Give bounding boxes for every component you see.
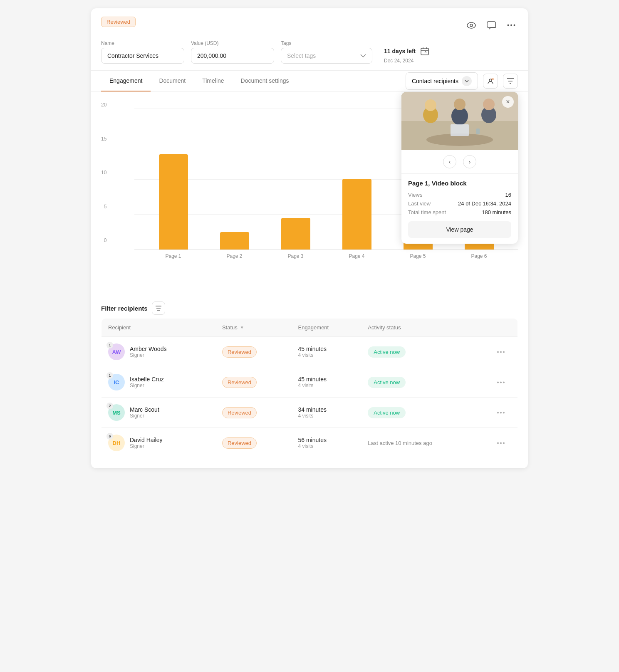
x-label-page4: Page 4 <box>342 253 371 259</box>
deadline-group: 11 days left Dec 24, 2024 <box>384 45 431 64</box>
th-engagement: Engagement <box>291 319 361 337</box>
table-row: 1 AW Amber Woods Signer Reviewed 45 minu… <box>102 337 518 367</box>
header-top: Reviewed <box>101 17 518 34</box>
tabs-list: Engagement Document Timeline Document se… <box>101 71 297 91</box>
view-page-button[interactable]: View page <box>408 221 511 238</box>
status-badge-3: Reviewed <box>222 437 257 449</box>
actions-cell-2 <box>484 398 517 428</box>
svg-point-0 <box>467 22 475 28</box>
table-container: Recipient Status ▼ Engagement Activity s… <box>91 318 528 468</box>
svg-point-25 <box>503 381 505 383</box>
popup-image-wrap: × <box>401 92 518 150</box>
value-label: Value (USD) <box>191 40 274 46</box>
recipient-role-1: Signer <box>130 383 164 388</box>
popup-scene-svg <box>401 92 518 150</box>
engagement-cell-3: 56 minutes 4 visits <box>291 428 361 458</box>
svg-rect-6 <box>421 48 428 55</box>
recipient-name-2: Marc Scout <box>130 406 159 413</box>
row-more-button-0[interactable] <box>491 351 511 353</box>
svg-point-5 <box>514 25 515 26</box>
recipient-info-3: David Hailey Signer <box>130 437 163 449</box>
eye-icon[interactable] <box>465 19 478 32</box>
popup-stats: Views 16 Last view 24 of Dec 16:34, 2024… <box>408 192 511 215</box>
status-cell-1: Reviewed <box>215 367 292 398</box>
th-activity-status: Activity status <box>361 319 484 337</box>
recipient-info-1: Isabelle Cruz Signer <box>130 376 164 388</box>
activity-badge-0: Active now <box>368 346 406 358</box>
svg-point-27 <box>500 412 502 413</box>
bar-page3[interactable] <box>281 218 310 250</box>
avatar-wrap-2: 2 MS <box>108 404 125 421</box>
filter-icon[interactable] <box>152 301 165 315</box>
tab-engagement[interactable]: Engagement <box>101 71 151 91</box>
filter-lines-icon[interactable] <box>503 74 518 89</box>
svg-point-21 <box>500 351 502 353</box>
table-header-row: Recipient Status ▼ Engagement Activity s… <box>102 319 518 337</box>
svg-point-8 <box>492 78 493 80</box>
eng-minutes-1: 45 minutes <box>298 376 354 383</box>
avatar-wrap-1: 1 IC <box>108 374 125 390</box>
activity-cell-3: Last active 10 minutes ago <box>361 428 484 458</box>
recipients-settings-icon[interactable] <box>483 74 498 89</box>
row-more-button-2[interactable] <box>491 412 511 414</box>
contact-recipients-button[interactable]: Contact recipients <box>406 72 478 90</box>
recipient-info-0: Amber Woods Signer <box>130 346 166 358</box>
contact-chevron-icon <box>462 76 472 86</box>
svg-point-15 <box>454 99 465 110</box>
filter-section: Filter recipients <box>91 295 528 318</box>
eng-visits-2: 4 visits <box>298 413 354 419</box>
tab-document[interactable]: Document <box>151 71 194 91</box>
svg-point-1 <box>470 24 473 27</box>
svg-point-18 <box>483 99 495 110</box>
header-icons <box>465 19 518 32</box>
popup-next-button[interactable]: › <box>463 155 476 168</box>
table-row: 1 IC Isabelle Cruz Signer Reviewed 45 mi… <box>102 367 518 398</box>
tags-field-group: Tags Select tags <box>281 40 372 64</box>
eng-minutes-2: 34 minutes <box>298 406 354 413</box>
th-status[interactable]: Status ▼ <box>215 319 292 337</box>
popup-body: Page 1, Video block Views 16 Last view 2… <box>401 174 518 244</box>
eng-visits-0: 4 visits <box>298 352 354 358</box>
days-left: 11 days left <box>384 48 416 54</box>
value-input[interactable] <box>191 48 274 64</box>
svg-point-3 <box>508 25 509 26</box>
activity-text-3: Last active 10 minutes ago <box>368 440 432 446</box>
activity-badge-2: Active now <box>368 407 406 418</box>
status-cell-3: Reviewed <box>215 428 292 458</box>
bar-page1[interactable] <box>159 154 188 250</box>
status-cell-0: Reviewed <box>215 337 292 367</box>
more-options-icon[interactable] <box>505 19 518 32</box>
svg-point-29 <box>497 442 499 444</box>
activity-badge-1: Active now <box>368 377 406 388</box>
x-label-page5: Page 5 <box>404 253 433 259</box>
y-label-20: 20 <box>101 102 106 108</box>
recipient-info-2: Marc Scout Signer <box>130 406 159 419</box>
tab-document-settings[interactable]: Document settings <box>233 71 297 91</box>
table-row: 6 DH David Hailey Signer Reviewed 56 min… <box>102 428 518 458</box>
tab-timeline[interactable]: Timeline <box>194 71 232 91</box>
name-field-group: Name <box>101 40 184 64</box>
recipient-cell-1: 1 IC Isabelle Cruz Signer <box>102 367 215 398</box>
contact-recipients-label: Contact recipients <box>412 78 458 84</box>
svg-point-26 <box>497 412 499 413</box>
name-input[interactable] <box>101 48 184 64</box>
chart-y-labels: 20 15 10 5 0 <box>101 102 110 243</box>
views-label: Views <box>408 192 422 198</box>
tabs-section: Engagement Document Timeline Document se… <box>91 71 528 92</box>
bar-page4[interactable] <box>342 179 371 250</box>
y-label-15: 15 <box>101 136 106 142</box>
tags-select[interactable]: Select tags <box>281 48 372 64</box>
name-label: Name <box>101 40 184 46</box>
row-more-button-1[interactable] <box>491 381 511 383</box>
popup-close-button[interactable]: × <box>502 96 514 108</box>
calendar-edit-icon[interactable] <box>419 45 431 57</box>
svg-point-20 <box>497 351 499 353</box>
actions-cell-1 <box>484 367 517 398</box>
bar-page1-rect <box>159 154 188 250</box>
row-more-button-3[interactable] <box>491 442 511 444</box>
popup-prev-button[interactable]: ‹ <box>443 155 456 168</box>
chat-icon[interactable] <box>485 19 498 32</box>
bar-page2[interactable] <box>220 232 249 250</box>
avatar-num-0: 1 <box>106 342 113 348</box>
recipient-cell-2: 2 MS Marc Scout Signer <box>102 398 215 428</box>
